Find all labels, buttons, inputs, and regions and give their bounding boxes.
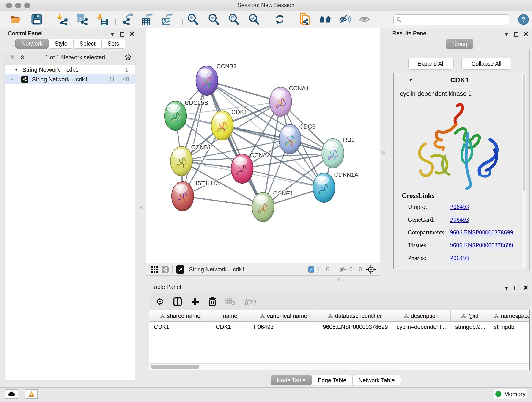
- network-node-CCNA1[interactable]: [270, 87, 292, 116]
- table-cell: CDK1: [211, 324, 249, 330]
- crosslink-link[interactable]: P06493: [450, 216, 469, 223]
- network-node-CDC6[interactable]: [279, 124, 301, 154]
- network-edge[interactable]: [183, 81, 207, 196]
- network-edge[interactable]: [183, 196, 263, 207]
- expand-all-chevron-icon[interactable]: [19, 54, 26, 61]
- column-label: description: [411, 313, 438, 319]
- results-scrollbar[interactable]: [522, 73, 526, 269]
- undock-panel-icon[interactable]: [120, 32, 124, 37]
- scrollbar-thumb[interactable]: [151, 365, 199, 369]
- column-header-shared-name[interactable]: shared name: [149, 310, 211, 321]
- right-splitter-handle[interactable]: [382, 151, 385, 154]
- expand-all-button[interactable]: Expand All: [408, 58, 454, 70]
- network-node-CDC25B[interactable]: [165, 101, 186, 130]
- network-canvas[interactable]: CCNB2CCNA1CDC25BCDK1CDC6RB1CCNB1CCNA2CDK…: [146, 28, 380, 263]
- export-table-icon[interactable]: [141, 13, 154, 26]
- import-network-from-file-icon[interactable]: [56, 13, 69, 26]
- zoom-selected-icon[interactable]: [247, 13, 260, 26]
- column-header-database-identifier[interactable]: database identifier: [318, 310, 392, 321]
- crosslink-link[interactable]: 9606.ENSP00000378699: [450, 229, 513, 236]
- save-session-icon[interactable]: [30, 13, 43, 26]
- column-header-@id[interactable]: @id: [451, 310, 489, 321]
- float-panel-icon[interactable]: ▼: [110, 32, 115, 37]
- undock-panel-icon[interactable]: [514, 32, 519, 37]
- table-row[interactable]: CDK1CDK1P064939606.ENSP00000378699cyclin…: [149, 322, 529, 332]
- column-header-canonical-name[interactable]: canonical name: [249, 310, 318, 321]
- zoom-fit-content-icon[interactable]: [227, 13, 240, 26]
- tab-node-table[interactable]: Node Table: [271, 375, 312, 385]
- network-edge[interactable]: [207, 81, 263, 207]
- open-session-icon[interactable]: [9, 13, 22, 26]
- warnings-button[interactable]: [25, 389, 38, 399]
- table-cell: stringdb:9...: [451, 324, 489, 330]
- search-input[interactable]: [404, 16, 506, 23]
- table-horizontal-scrollbar[interactable]: [149, 364, 529, 370]
- tab-network-table[interactable]: Network Table: [352, 375, 401, 385]
- crosslink-label: Uniprot:: [408, 200, 450, 213]
- close-panel-icon[interactable]: ×: [129, 30, 134, 38]
- network-node-RB1[interactable]: [322, 139, 344, 168]
- collection-expand-icon[interactable]: ▼: [14, 67, 18, 72]
- network-options-gear-icon[interactable]: ⚙: [124, 53, 132, 61]
- close-panel-icon[interactable]: ×: [524, 30, 528, 38]
- show-all-networks-icon[interactable]: [319, 13, 331, 26]
- tab-sets[interactable]: Sets: [101, 38, 125, 49]
- close-panel-icon[interactable]: ×: [524, 283, 528, 292]
- undock-panel-icon[interactable]: [514, 286, 519, 290]
- float-panel-icon[interactable]: ▼: [504, 32, 509, 37]
- network-node-CCNE1[interactable]: [252, 192, 274, 222]
- tab-select[interactable]: Select: [73, 38, 101, 49]
- tab-network[interactable]: Network: [15, 38, 49, 49]
- refresh-icon[interactable]: [273, 13, 286, 26]
- column-header-name[interactable]: name: [211, 310, 249, 321]
- network-node-CDK1[interactable]: [211, 111, 233, 140]
- crosslink-link[interactable]: P06493: [450, 255, 469, 262]
- show-view-icon[interactable]: [358, 13, 371, 26]
- import-table-from-file-icon[interactable]: [96, 13, 109, 26]
- hide-selected-icon[interactable]: [339, 13, 352, 26]
- memory-button[interactable]: Memory: [494, 389, 527, 399]
- cloud-status-button[interactable]: [5, 389, 18, 399]
- network-view-icon[interactable]: [162, 266, 169, 273]
- birds-eye-view-icon[interactable]: [176, 265, 184, 274]
- import-network-from-database-icon[interactable]: [75, 13, 88, 26]
- float-panel-icon[interactable]: ▼: [504, 286, 509, 291]
- node-result-header[interactable]: ▼ CDK1: [394, 73, 526, 87]
- zoom-out-icon[interactable]: [207, 13, 220, 26]
- tab-style[interactable]: Style: [49, 38, 74, 49]
- show-columns-icon[interactable]: [173, 297, 182, 306]
- pan-crosshair-icon[interactable]: [366, 265, 376, 274]
- collapse-all-chevron-icon[interactable]: [9, 54, 16, 61]
- zoom-in-icon[interactable]: [186, 13, 199, 26]
- collapse-node-icon[interactable]: ▼: [408, 77, 413, 83]
- network-edge[interactable]: [242, 169, 324, 188]
- selected-checkbox-icon[interactable]: ✓: [308, 266, 314, 273]
- node-label-CCNB2: CCNB2: [216, 63, 237, 70]
- search-field: [393, 14, 509, 25]
- tab-edge-table[interactable]: Edge Table: [312, 375, 353, 385]
- export-network-icon[interactable]: [122, 13, 135, 26]
- crosslink-link[interactable]: 9606.ENSP00000378699: [450, 242, 513, 249]
- network-collection-row[interactable]: ▼ String Network – cdk1 1: [6, 65, 135, 75]
- help-icon[interactable]: ?: [518, 14, 529, 25]
- grid-view-icon[interactable]: [151, 266, 158, 274]
- tab-string[interactable]: String: [446, 39, 473, 49]
- network-node-CCNB1[interactable]: [171, 147, 192, 176]
- create-column-icon[interactable]: [191, 298, 199, 306]
- cloud-icon: [8, 391, 16, 397]
- network-row[interactable]: ● String Network – cdk1 11 48: [6, 75, 135, 84]
- export-image-icon[interactable]: [161, 13, 174, 26]
- control-panel-tabs: NetworkStyleSelectSets: [16, 38, 125, 49]
- collapse-all-button[interactable]: Collapse All: [462, 58, 511, 70]
- table-options-gear-icon[interactable]: ⚙: [156, 297, 164, 306]
- column-header-description[interactable]: description: [392, 310, 451, 321]
- crosslink-link[interactable]: P06493: [450, 203, 469, 210]
- network-node-HIST1H1A[interactable]: [172, 182, 194, 211]
- left-splitter-handle[interactable]: [140, 206, 143, 209]
- horizontal-splitter-handle[interactable]: [337, 278, 340, 281]
- column-header-namespace[interactable]: namespace: [489, 310, 530, 321]
- delete-columns-icon[interactable]: [209, 297, 216, 306]
- network-node-CDKN1A[interactable]: [313, 173, 335, 202]
- clone-network-icon[interactable]: [298, 13, 311, 26]
- network-node-CCNB2[interactable]: [196, 66, 218, 95]
